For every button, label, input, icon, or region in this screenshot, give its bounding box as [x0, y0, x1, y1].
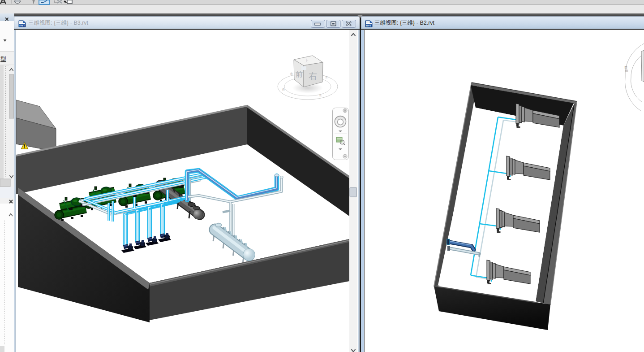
svg-text:东: 东: [325, 75, 328, 78]
svg-text:上: 上: [305, 58, 309, 63]
svg-text:RVT: RVT: [19, 24, 25, 27]
svg-text:西: 西: [624, 65, 627, 69]
svg-text:西: 西: [282, 88, 285, 91]
svg-text:南: 南: [625, 69, 628, 72]
svg-text:南: 南: [290, 72, 293, 75]
svg-text:右: 右: [309, 71, 317, 81]
svg-text:前: 前: [296, 70, 303, 78]
svg-text:RVT: RVT: [366, 24, 371, 27]
svg-text:北: 北: [319, 93, 322, 97]
svg-text:型: 型: [0, 56, 6, 62]
